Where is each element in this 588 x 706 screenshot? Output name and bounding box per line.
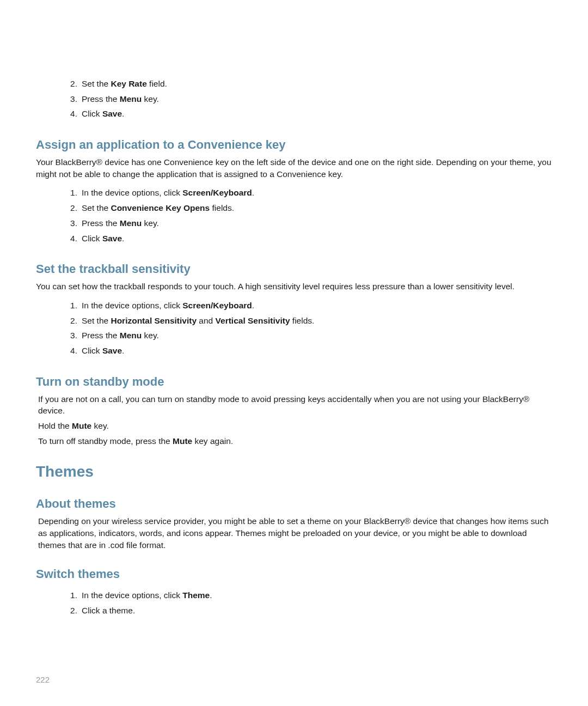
body-paragraph: If you are not on a call, you can turn o…: [38, 393, 552, 417]
list-item: 4. Click Save.: [63, 231, 552, 246]
list-number: 1.: [63, 300, 77, 312]
list-text: Press the Menu key.: [82, 217, 552, 229]
body-paragraph: To turn off standby mode, press the Mute…: [38, 435, 552, 447]
list-item: 2. Set the Horizontal Sensitivity and Ve…: [63, 313, 552, 328]
list-text: Set the Horizontal Sensitivity and Verti…: [82, 315, 552, 327]
list-text: Set the Key Rate field.: [82, 78, 552, 90]
heading-assign-convenience-key: Assign an application to a Convenience k…: [36, 138, 552, 152]
list-number: 3.: [63, 93, 77, 105]
list-text: Click Save.: [82, 345, 552, 357]
heading-trackball-sensitivity: Set the trackball sensitivity: [36, 262, 552, 276]
body-paragraph: Your BlackBerry® device has one Convenie…: [36, 156, 552, 180]
list-number: 2.: [63, 605, 77, 617]
heading-switch-themes: Switch themes: [36, 567, 552, 581]
list-text: In the device options, click Screen/Keyb…: [82, 187, 552, 199]
list-text: Click a theme.: [82, 605, 552, 617]
list-item: 3. Press the Menu key.: [63, 92, 552, 107]
heading-about-themes: About themes: [36, 497, 552, 511]
list-item: 4. Click Save.: [63, 343, 552, 358]
body-paragraph: You can set how the trackball responds t…: [36, 281, 552, 293]
heading-themes: Themes: [36, 463, 552, 480]
list-item: 1. In the device options, click Theme.: [63, 588, 552, 603]
body-paragraph: Depending on your wireless service provi…: [38, 515, 552, 551]
list-text: Press the Menu key.: [82, 93, 552, 105]
list-text: Click Save.: [82, 108, 552, 120]
list-text: Click Save.: [82, 233, 552, 245]
list-text: Set the Convenience Key Opens fields.: [82, 202, 552, 214]
list-item: 1. In the device options, click Screen/K…: [63, 185, 552, 200]
list-item: 4. Click Save.: [63, 106, 552, 121]
list-text: In the device options, click Theme.: [82, 589, 552, 601]
body-paragraph: Hold the Mute key.: [38, 420, 552, 432]
list-number: 4.: [63, 233, 77, 245]
list-number: 2.: [63, 315, 77, 327]
list-number: 2.: [63, 78, 77, 90]
heading-standby-mode: Turn on standby mode: [36, 375, 552, 389]
list-text: In the device options, click Screen/Keyb…: [82, 300, 552, 312]
list-number: 2.: [63, 202, 77, 214]
list-item: 2. Set the Convenience Key Opens fields.: [63, 200, 552, 216]
list-number: 1.: [63, 187, 77, 199]
list-text: Press the Menu key.: [82, 330, 552, 342]
list-item: 3. Press the Menu key.: [63, 216, 552, 231]
list-number: 4.: [63, 108, 77, 120]
list-item: 2. Set the Key Rate field.: [63, 76, 552, 92]
list-number: 1.: [63, 589, 77, 601]
list-item: 3. Press the Menu key.: [63, 328, 552, 343]
list-number: 3.: [63, 217, 77, 229]
list-item: 1. In the device options, click Screen/K…: [63, 298, 552, 313]
page-number: 222: [36, 675, 50, 684]
list-number: 4.: [63, 345, 77, 357]
list-number: 3.: [63, 330, 77, 342]
list-item: 2. Click a theme.: [63, 603, 552, 618]
